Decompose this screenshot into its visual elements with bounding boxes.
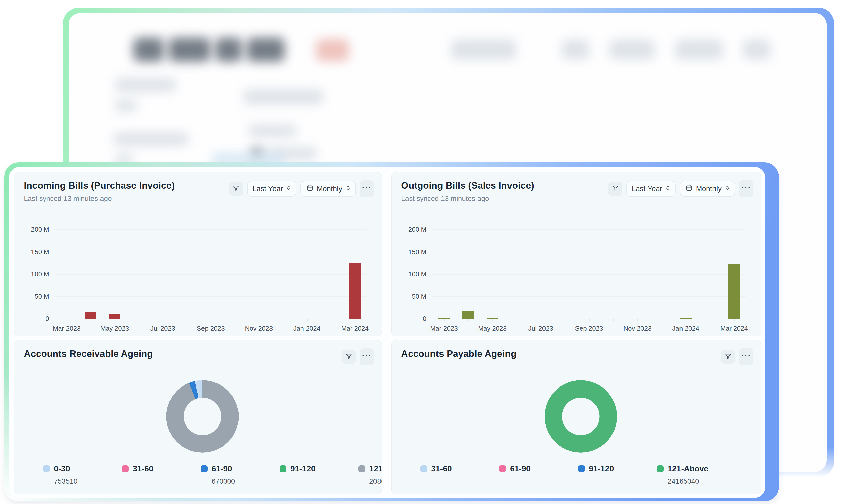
filter-button[interactable] bbox=[229, 182, 243, 196]
unfold-icon bbox=[345, 184, 351, 194]
bar-apr-2023[interactable] bbox=[85, 312, 97, 319]
more-options-button[interactable]: ··· bbox=[739, 180, 753, 197]
category-slot-apr-2023 bbox=[79, 230, 103, 319]
bar-apr-2023[interactable] bbox=[463, 310, 474, 319]
range-select-value: Last Year bbox=[632, 185, 662, 193]
x-axis-tick bbox=[163, 319, 163, 321]
category-slot-jun-2023 bbox=[504, 230, 528, 319]
category-slot-apr-2023 bbox=[456, 230, 480, 319]
range-select[interactable]: Last Year bbox=[626, 181, 676, 197]
filter-button[interactable] bbox=[721, 350, 735, 364]
legend-item-head: 31-60 bbox=[420, 464, 499, 473]
more-options-button[interactable]: ··· bbox=[739, 348, 753, 365]
x-axis-tick bbox=[355, 319, 355, 321]
x-axis-tick-label: Jan 2024 bbox=[293, 325, 320, 332]
legend-swatch bbox=[280, 465, 287, 472]
blurred-heading-placeholder bbox=[169, 38, 210, 62]
legend-item-head: 0-30 bbox=[43, 464, 122, 473]
calendar-icon bbox=[685, 184, 693, 194]
legend-item-0-30[interactable]: 0-30753510 bbox=[43, 464, 122, 485]
y-axis-tick-label: 0 bbox=[46, 315, 49, 323]
blurred-heading-placeholder bbox=[215, 38, 242, 62]
x-axis-tick bbox=[565, 319, 566, 321]
legend-swatch bbox=[420, 465, 427, 472]
bar-mar-2024[interactable] bbox=[349, 263, 361, 319]
y-axis-tick-label: 150 M bbox=[408, 248, 427, 256]
filter-button[interactable] bbox=[608, 182, 622, 196]
card-header: Incoming Bills (Purchase Invoice) Last s… bbox=[14, 173, 382, 202]
incoming-bills-bar-chart: 200 M150 M100 M50 M0Mar 2023May 2023Jul … bbox=[24, 227, 376, 335]
x-axis-tick-label: Sep 2023 bbox=[197, 325, 225, 332]
category-slot-sep-2023: Sep 2023 bbox=[199, 230, 223, 319]
card-title: Outgoing Bills (Sales Invoice) bbox=[401, 180, 534, 191]
category-slot-jan-2024: Jan 2024 bbox=[674, 230, 698, 319]
blurred-button-placeholder bbox=[451, 39, 516, 60]
legend-item-61-90[interactable]: 61-90670000 bbox=[201, 464, 280, 485]
legend-label: 0-30 bbox=[54, 464, 70, 473]
x-axis-tick-label: Mar 2024 bbox=[341, 325, 369, 332]
y-axis-tick-label: 100 M bbox=[31, 270, 49, 278]
legend-item-head: 31-60 bbox=[122, 464, 201, 473]
bar-mar-2024[interactable] bbox=[728, 264, 740, 319]
y-axis-tick-label: 200 M bbox=[408, 226, 427, 234]
unfold-icon bbox=[665, 184, 671, 194]
plot-area: 200 M150 M100 M50 M0Mar 2023May 2023Jul … bbox=[55, 230, 367, 319]
x-axis-tick-label: Mar 2023 bbox=[53, 325, 81, 332]
legend-value: 2086 bbox=[369, 477, 382, 485]
legend-swatch bbox=[499, 465, 506, 472]
category-slot-jul-2023: Jul 2023 bbox=[528, 230, 553, 319]
x-axis-tick bbox=[686, 319, 686, 321]
x-axis-tick bbox=[331, 319, 331, 321]
legend-value: 670000 bbox=[211, 477, 280, 485]
category-slot-dec-2023 bbox=[649, 230, 674, 319]
blurred-button-placeholder bbox=[609, 39, 655, 60]
legend-item-head: 91-120 bbox=[578, 464, 657, 473]
x-axis-tick bbox=[541, 319, 541, 321]
more-options-button[interactable]: ··· bbox=[360, 180, 374, 197]
legend-item-121-above[interactable]: 121-Above2086 bbox=[358, 464, 382, 485]
legend-item-91-120[interactable]: 91-120 bbox=[280, 464, 358, 485]
x-axis-tick bbox=[638, 319, 638, 321]
unfold-icon bbox=[286, 184, 291, 194]
card-header: Accounts Payable Ageing ··· bbox=[392, 340, 761, 365]
granularity-select[interactable]: Monthly bbox=[300, 181, 356, 197]
incoming-bills-card: Incoming Bills (Purchase Invoice) Last s… bbox=[14, 172, 382, 337]
legend-value: 753510 bbox=[54, 477, 122, 485]
legend-swatch bbox=[578, 465, 585, 472]
blurred-button-placeholder bbox=[562, 39, 589, 60]
legend-swatch bbox=[358, 465, 365, 472]
x-axis-tick-label: Jan 2024 bbox=[673, 325, 699, 332]
category-slot-jan-2024: Jan 2024 bbox=[295, 230, 319, 319]
screenshot-stage: Incoming Bills (Purchase Invoice) Last s… bbox=[0, 0, 850, 504]
category-slot-oct-2023 bbox=[601, 230, 625, 319]
legend-label: 31-60 bbox=[431, 464, 452, 473]
x-axis-tick-label: Sep 2023 bbox=[575, 325, 603, 332]
blurred-button-placeholder bbox=[743, 39, 771, 60]
granularity-select[interactable]: Monthly bbox=[680, 181, 735, 197]
filter-button[interactable] bbox=[342, 350, 356, 364]
legend-item-31-60[interactable]: 31-60 bbox=[420, 464, 499, 485]
category-slot-mar-2024: Mar 2024 bbox=[722, 230, 746, 319]
category-slot-aug-2023 bbox=[175, 230, 199, 319]
x-axis-tick-label: Mar 2024 bbox=[720, 325, 748, 332]
category-slot-aug-2023 bbox=[553, 230, 577, 319]
legend-item-61-90[interactable]: 61-90 bbox=[499, 464, 578, 485]
unfold-icon bbox=[725, 184, 730, 194]
outgoing-bills-card: Outgoing Bills (Sales Invoice) Last sync… bbox=[391, 172, 761, 337]
category-slot-jul-2023: Jul 2023 bbox=[151, 230, 175, 319]
legend-item-31-60[interactable]: 31-60 bbox=[122, 464, 201, 485]
more-options-button[interactable]: ··· bbox=[360, 348, 374, 365]
x-axis-tick bbox=[283, 319, 283, 321]
legend-item-121-above[interactable]: 121-Above24165040 bbox=[657, 464, 736, 485]
last-synced-text: Last synced 13 minutes ago bbox=[24, 195, 175, 202]
accounts-receivable-legend: 0-3075351031-6061-9067000091-120121-Abov… bbox=[43, 464, 382, 485]
bar-may-2023[interactable] bbox=[109, 314, 120, 319]
filter-icon bbox=[611, 184, 619, 193]
legend-item-91-120[interactable]: 91-120 bbox=[578, 464, 657, 485]
plot-area: 200 M150 M100 M50 M0Mar 2023May 2023Jul … bbox=[432, 230, 746, 319]
category-slot-nov-2023: Nov 2023 bbox=[247, 230, 271, 319]
x-axis-tick bbox=[517, 319, 517, 321]
range-select[interactable]: Last Year bbox=[247, 181, 297, 197]
legend-swatch bbox=[657, 465, 664, 472]
category-slot-sep-2023: Sep 2023 bbox=[577, 230, 601, 319]
